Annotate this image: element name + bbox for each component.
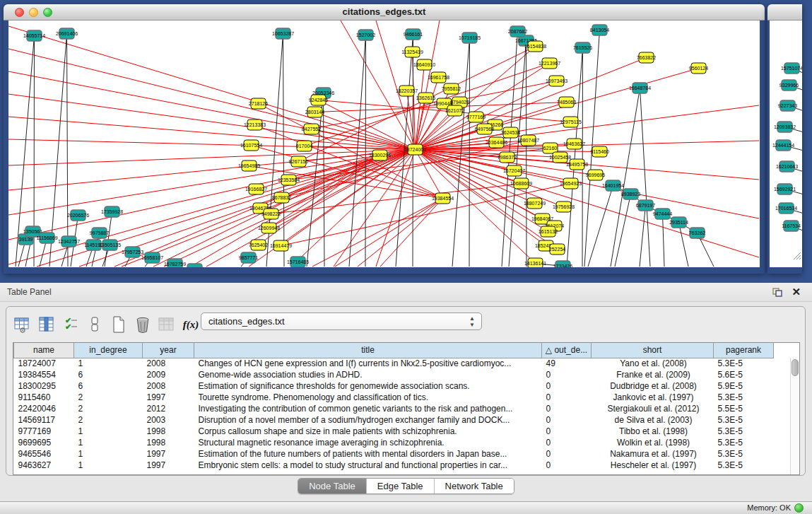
network-canvas[interactable]: 1872400718300295140557142069140610653287… <box>8 21 760 267</box>
cell-pagerank: 5.5E-5 <box>714 403 774 414</box>
network-node-label: 11325419 <box>401 49 423 54</box>
network-node-label: 16914479 <box>270 243 292 248</box>
cell-name: 14569117 <box>14 414 74 426</box>
column-header-title[interactable]: title <box>194 343 542 358</box>
table-row[interactable]: 1456911722003Disruption of a novel membe… <box>14 414 774 426</box>
column-visibility-icon[interactable] <box>36 314 57 335</box>
cell-out_de: 0 <box>542 426 592 437</box>
delete-table-icon[interactable] <box>156 314 177 335</box>
cell-in_degree: 1 <box>74 358 143 369</box>
network-node-label: 10807487 <box>517 138 539 143</box>
network-node-label: 12609948 <box>258 226 280 230</box>
resize-grip-icon[interactable] <box>792 250 801 260</box>
network-node-label: 19166827 <box>245 187 267 192</box>
cell-in_degree: 2 <box>74 403 143 414</box>
network-node-label: 12342757 <box>58 239 80 244</box>
cell-pagerank: 5.3E-5 <box>714 358 774 369</box>
table-mode-icon[interactable]: ⚙ <box>12 314 33 335</box>
node-table-grid[interactable]: namein_degreeyeartitle△ out_de...shortpa… <box>13 343 774 471</box>
stepper-arrows-icon: ▲▼ <box>469 315 475 328</box>
table-chooser-dropdown[interactable]: citations_edges.txt ▲▼ <box>201 313 482 330</box>
network-node-label: 6794028 <box>450 100 469 105</box>
network-desktop: citations_edges.txt 18724007183002951405… <box>0 0 812 283</box>
row-toggle-icon[interactable] <box>84 314 105 335</box>
tab-edge-table[interactable]: Edge Table <box>366 479 434 493</box>
tab-network-table[interactable]: Network Table <box>434 479 514 493</box>
node-table: namein_degreeyeartitle△ out_de...shortpa… <box>13 342 800 475</box>
network-node-label: 10025458 <box>549 155 571 160</box>
cell-year: 2012 <box>143 403 194 414</box>
network-node-label: 7663822 <box>637 55 656 60</box>
cell-pagerank: 5.9E-5 <box>714 380 774 392</box>
column-header-name[interactable]: name <box>14 343 74 358</box>
network-node-label: 8938923 <box>621 192 640 197</box>
table-row[interactable]: 977716911998Corpus callosum shape and si… <box>14 426 774 437</box>
cell-name: 9115460 <box>14 392 74 403</box>
column-header-pagerank[interactable]: pagerank <box>714 343 774 358</box>
cell-pagerank: 5.3E-5 <box>714 414 774 426</box>
float-window-icon[interactable] <box>772 288 782 297</box>
table-row[interactable]: 1872400712008Changes of HCN gene express… <box>14 358 774 369</box>
network-node-label: 6497568 <box>475 127 494 132</box>
table-row[interactable]: 2242004622012Investigating the contribut… <box>14 403 774 414</box>
table-row[interactable]: 911546021997Tourette syndrome. Phenomeno… <box>14 392 774 403</box>
secondary-network-canvas[interactable]: 1575107493299669227343120938321244415416… <box>770 21 802 267</box>
close-panel-icon[interactable]: ✕ <box>792 286 801 298</box>
network-node-label: 9242845 <box>309 98 328 103</box>
cell-in_degree: 1 <box>74 426 143 437</box>
cell-year: 1998 <box>143 437 194 448</box>
network-node-label: 252254 <box>549 247 565 252</box>
function-builder-icon[interactable]: f(x) <box>180 314 201 335</box>
column-select-icon[interactable]: ✔✔ <box>60 314 81 335</box>
table-panel-header: Table Panel ✕ <box>0 283 812 302</box>
table-row[interactable]: 969969511998Structural magnetic resonanc… <box>14 437 774 448</box>
scrollbar-thumb[interactable] <box>792 359 799 376</box>
cell-short: Hescheler et al. (1997) <box>592 460 714 471</box>
cell-year: 2008 <box>143 358 194 369</box>
network-node-label: 14055714 <box>23 33 45 38</box>
new-column-icon[interactable] <box>108 314 129 335</box>
table-tabs: Node Table Edge Table Network Table <box>0 478 812 494</box>
column-header-in_degree[interactable]: in_degree <box>74 343 143 358</box>
cell-in_degree: 2 <box>74 392 143 403</box>
cell-pagerank: 5.3E-5 <box>714 460 774 471</box>
network-node-label: 7955812 <box>442 86 461 91</box>
table-panel-title: Table Panel <box>7 287 52 297</box>
cell-short: Nakamura et al. (1997) <box>592 448 714 460</box>
network-node-label: 9227343 <box>778 103 797 108</box>
cell-title: Estimation of significance thresholds fo… <box>194 380 542 392</box>
network-node-label: 18495758 <box>566 162 588 167</box>
cell-short: Stergiakouli et al. (2012) <box>592 403 714 414</box>
window-title: citations_edges.txt <box>4 6 765 17</box>
table-row[interactable]: 1938455462009Genome-wide association stu… <box>14 369 774 380</box>
cell-name: 18300295 <box>14 380 74 392</box>
delete-column-icon[interactable] <box>132 314 153 335</box>
cell-title: Structural magnetic resonance image aver… <box>194 437 542 448</box>
table-row[interactable]: 1830029562008Estimation of significance … <box>14 380 774 392</box>
secondary-window-titlebar[interactable] <box>767 4 802 21</box>
network-node-label: 1167534 <box>782 223 801 228</box>
table-row[interactable]: 946362711997Embryonic stem cells: a mode… <box>14 460 774 471</box>
tab-node-table[interactable]: Node Table <box>298 479 366 493</box>
network-node-label: 8427552 <box>302 127 321 132</box>
vertical-scrollbar[interactable] <box>790 358 799 474</box>
table-toolbar: ⚙ ✔✔ <box>12 311 204 338</box>
cell-name: 9465546 <box>14 448 74 460</box>
network-node-label: 7986372 <box>498 155 517 160</box>
network-node-label: 8678832 <box>272 195 291 200</box>
network-node-label: 16961758 <box>428 75 449 80</box>
column-header-out_de[interactable]: △ out_de... <box>542 343 592 358</box>
network-node-label: 10688609 <box>510 181 532 186</box>
network-node-label: 9474444 <box>653 211 672 216</box>
column-header-year[interactable]: year <box>143 343 194 358</box>
network-window-titlebar[interactable]: citations_edges.txt <box>4 4 765 21</box>
column-header-short[interactable]: short <box>592 343 714 358</box>
network-node-label: 20053346 <box>312 90 334 95</box>
network-node-label: 10719185 <box>459 35 481 40</box>
cell-pagerank: 5.3E-5 <box>714 426 774 437</box>
table-browser-well: ⚙ ✔✔ <box>6 306 806 476</box>
network-node-label: 14136141 <box>524 261 546 266</box>
table-row[interactable]: 946554611997Estimation of the future num… <box>14 448 774 460</box>
cell-in_degree: 1 <box>74 448 143 460</box>
status-bar: Memory: OK <box>0 501 812 514</box>
